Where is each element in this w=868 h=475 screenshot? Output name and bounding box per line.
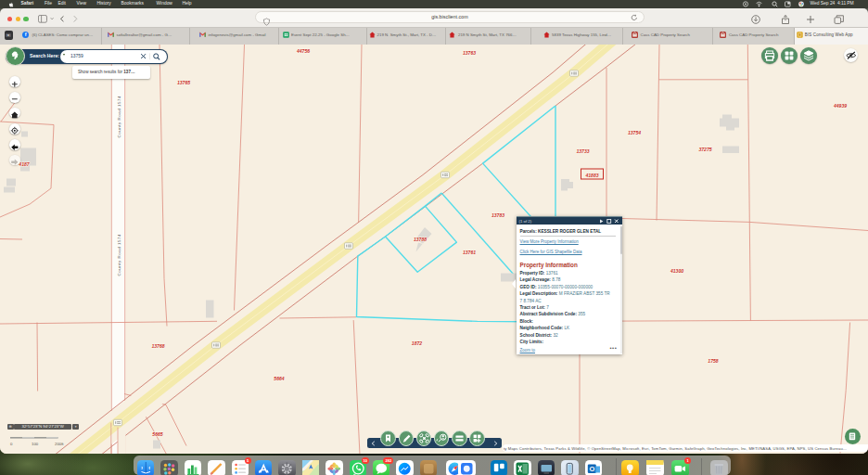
svg-text:0: 0	[10, 442, 13, 446]
svg-text:37275: 37275	[698, 147, 711, 152]
svg-text:O: O	[589, 465, 594, 473]
svg-text:200ft: 200ft	[55, 442, 64, 446]
svg-text:100: 100	[32, 442, 39, 446]
svg-text:41300: 41300	[670, 267, 683, 273]
svg-text:13733: 13733	[576, 148, 589, 153]
svg-text:44756: 44756	[296, 48, 310, 54]
svg-text:13761: 13761	[463, 249, 476, 254]
svg-text:13788: 13788	[414, 236, 427, 241]
svg-text:13763: 13763	[463, 50, 476, 56]
svg-text:5664: 5664	[274, 376, 284, 381]
svg-text:13783: 13783	[491, 212, 504, 218]
svg-text:County Road 1574: County Road 1574	[117, 234, 121, 276]
svg-text:41883: 41883	[584, 173, 598, 178]
svg-text:13754: 13754	[628, 129, 641, 135]
svg-text:13768: 13768	[151, 343, 164, 349]
svg-text:County Road 1574: County Road 1574	[117, 96, 121, 137]
svg-text:1758: 1758	[708, 357, 718, 363]
svg-text:5665: 5665	[152, 430, 162, 436]
svg-text:44939: 44939	[833, 103, 847, 109]
svg-text:1872: 1872	[412, 340, 422, 346]
svg-text:13765: 13765	[177, 80, 190, 85]
